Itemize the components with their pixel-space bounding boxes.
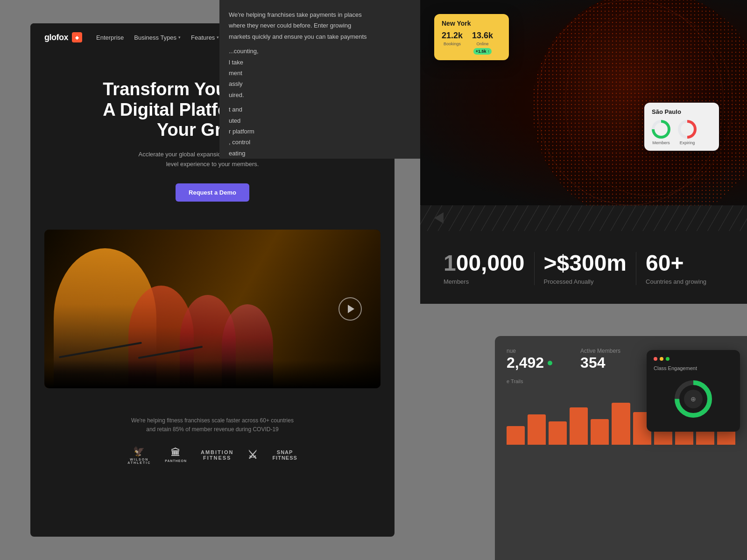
logo-text: glofox bbox=[44, 33, 68, 42]
countries-value: 60+ bbox=[646, 252, 714, 274]
members-stat: 100,000 Members bbox=[444, 252, 535, 285]
logo[interactable]: glofox ◆ bbox=[44, 32, 82, 42]
maximize-dot bbox=[666, 357, 669, 361]
play-button[interactable] bbox=[338, 297, 362, 321]
sp-expiring: Expiring bbox=[678, 120, 697, 145]
diagonal-lines-svg bbox=[420, 205, 747, 231]
ny-bookings: 21.2k Bookings bbox=[442, 31, 463, 55]
nav-business-types[interactable]: Business Types ▾ bbox=[134, 34, 181, 41]
ny-stats: 21.2k Bookings 13.6k Online +1.5k ↑ bbox=[442, 31, 501, 55]
brand-wilson: 🦅 WILSONATHLETIC bbox=[127, 446, 151, 464]
play-icon bbox=[348, 305, 354, 313]
members-value: 100,000 bbox=[444, 252, 525, 274]
revenue-value: 2,492 bbox=[507, 354, 552, 371]
countries-stat: 60+ Countries and growing bbox=[636, 252, 724, 285]
logo-icon: ◆ bbox=[72, 32, 82, 42]
ny-online: 13.6k Online +1.5k ↑ bbox=[472, 31, 493, 55]
engagement-chart: ⊕ bbox=[654, 378, 733, 420]
window-controls bbox=[654, 357, 733, 361]
bar-6 bbox=[612, 403, 630, 445]
social-proof-section: We're helping fitness franchises scale f… bbox=[30, 402, 395, 474]
sp-members: Members bbox=[652, 120, 670, 145]
brand-katana: ⚔ bbox=[247, 448, 258, 462]
hero-image bbox=[44, 230, 381, 388]
members-donut bbox=[652, 120, 670, 139]
revenue-label: Processed Anually bbox=[544, 278, 627, 285]
brand-ambition: AMBITIONFITNESS bbox=[201, 449, 233, 461]
active-members-label: Active Members bbox=[580, 348, 620, 354]
nav-enterprise[interactable]: Enterprise bbox=[96, 34, 124, 41]
ny-badge: +1.5k ↑ bbox=[473, 48, 492, 55]
chevron-down-icon: ▾ bbox=[178, 35, 181, 40]
engagement-card: Class Engagement ⊕ bbox=[647, 350, 740, 432]
svg-rect-1 bbox=[420, 205, 747, 231]
new-york-card: New York 21.2k Bookings 13.6k Online +1.… bbox=[434, 14, 509, 60]
brand-logos: 🦅 WILSONATHLETIC 🏛 PANTHEON AMBITIONFITN… bbox=[44, 446, 381, 464]
countries-label: Countries and growing bbox=[646, 278, 714, 285]
sao-paulo-card: São Paulo Members Expiring bbox=[644, 103, 719, 151]
close-dot bbox=[654, 357, 657, 361]
bar-5 bbox=[591, 419, 609, 445]
text-overlay-panel: We're helping franchises take payments i… bbox=[219, 0, 420, 159]
ny-city-name: New York bbox=[442, 20, 501, 27]
nav-features[interactable]: Features ▾ bbox=[191, 34, 219, 41]
chevron-down-icon: ▾ bbox=[217, 35, 219, 40]
online-indicator bbox=[548, 361, 552, 365]
revenue-stat: >$300m Processed Anually bbox=[535, 252, 637, 285]
active-members-section: Active Members 354 bbox=[580, 348, 620, 371]
request-demo-button-hero[interactable]: Request a Demo bbox=[176, 183, 249, 202]
bar-1 bbox=[507, 426, 525, 445]
social-proof-text: We're helping fitness franchises scale f… bbox=[128, 416, 296, 434]
sp-stats: Members Expiring bbox=[652, 120, 712, 145]
engagement-title: Class Engagement bbox=[654, 365, 733, 371]
gym-scene bbox=[44, 230, 381, 388]
diagonal-strip bbox=[420, 205, 747, 231]
minimize-dot bbox=[660, 357, 663, 361]
globe-panel: New York 21.2k Bookings 13.6k Online +1.… bbox=[420, 0, 747, 205]
brand-snap: SNAPFITNESS bbox=[272, 449, 297, 461]
overlay-text: We're helping franchises take payments i… bbox=[229, 9, 411, 159]
brand-pantheon: 🏛 PANTHEON bbox=[165, 448, 187, 462]
expiring-donut bbox=[678, 120, 697, 139]
sp-city-name: São Paulo bbox=[652, 108, 712, 115]
active-members-value: 354 bbox=[580, 354, 620, 371]
bar-2 bbox=[528, 414, 546, 445]
stats-section: 100,000 Members >$300m Processed Anually… bbox=[420, 231, 747, 304]
members-label: Members bbox=[444, 278, 525, 285]
revenue-label: nue bbox=[507, 348, 552, 354]
svg-text:⊕: ⊕ bbox=[691, 395, 696, 403]
revenue-value: >$300m bbox=[544, 252, 627, 274]
bar-3 bbox=[549, 421, 567, 445]
revenue-section: nue 2,492 bbox=[507, 348, 552, 371]
stats-numbers: 100,000 Members >$300m Processed Anually… bbox=[444, 252, 724, 285]
donut-chart: ⊕ bbox=[672, 378, 714, 420]
bar-4 bbox=[570, 407, 588, 445]
